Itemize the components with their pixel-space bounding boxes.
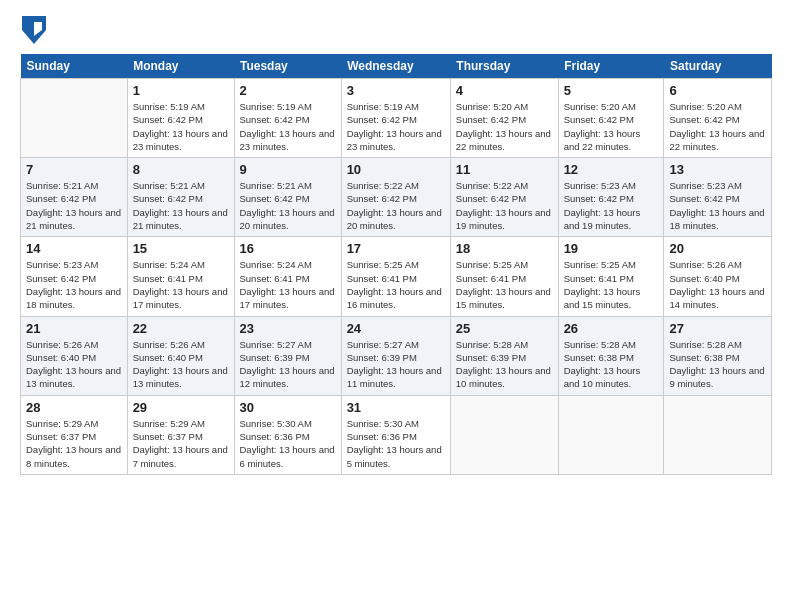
- day-number: 8: [133, 162, 229, 177]
- calendar-cell: 16Sunrise: 5:24 AMSunset: 6:41 PMDayligh…: [234, 237, 341, 316]
- day-number: 19: [564, 241, 659, 256]
- week-row-2: 7Sunrise: 5:21 AMSunset: 6:42 PMDaylight…: [21, 158, 772, 237]
- calendar-cell: [558, 395, 664, 474]
- calendar-cell: 21Sunrise: 5:26 AMSunset: 6:40 PMDayligh…: [21, 316, 128, 395]
- week-row-1: 1Sunrise: 5:19 AMSunset: 6:42 PMDaylight…: [21, 79, 772, 158]
- day-number: 26: [564, 321, 659, 336]
- column-header-saturday: Saturday: [664, 54, 772, 79]
- calendar-cell: 15Sunrise: 5:24 AMSunset: 6:41 PMDayligh…: [127, 237, 234, 316]
- calendar-cell: 14Sunrise: 5:23 AMSunset: 6:42 PMDayligh…: [21, 237, 128, 316]
- calendar-cell: 6Sunrise: 5:20 AMSunset: 6:42 PMDaylight…: [664, 79, 772, 158]
- calendar-cell: 1Sunrise: 5:19 AMSunset: 6:42 PMDaylight…: [127, 79, 234, 158]
- day-number: 1: [133, 83, 229, 98]
- day-info: Sunrise: 5:23 AMSunset: 6:42 PMDaylight:…: [26, 258, 122, 311]
- calendar-cell: 26Sunrise: 5:28 AMSunset: 6:38 PMDayligh…: [558, 316, 664, 395]
- calendar-cell: 20Sunrise: 5:26 AMSunset: 6:40 PMDayligh…: [664, 237, 772, 316]
- day-info: Sunrise: 5:24 AMSunset: 6:41 PMDaylight:…: [240, 258, 336, 311]
- day-info: Sunrise: 5:19 AMSunset: 6:42 PMDaylight:…: [133, 100, 229, 153]
- column-header-thursday: Thursday: [450, 54, 558, 79]
- column-header-friday: Friday: [558, 54, 664, 79]
- day-info: Sunrise: 5:20 AMSunset: 6:42 PMDaylight:…: [564, 100, 659, 153]
- day-number: 2: [240, 83, 336, 98]
- logo-icon: [22, 16, 46, 44]
- day-number: 6: [669, 83, 766, 98]
- calendar-cell: 8Sunrise: 5:21 AMSunset: 6:42 PMDaylight…: [127, 158, 234, 237]
- calendar-cell: [450, 395, 558, 474]
- day-number: 22: [133, 321, 229, 336]
- day-info: Sunrise: 5:23 AMSunset: 6:42 PMDaylight:…: [669, 179, 766, 232]
- day-info: Sunrise: 5:21 AMSunset: 6:42 PMDaylight:…: [133, 179, 229, 232]
- day-info: Sunrise: 5:27 AMSunset: 6:39 PMDaylight:…: [347, 338, 445, 391]
- day-info: Sunrise: 5:22 AMSunset: 6:42 PMDaylight:…: [456, 179, 553, 232]
- day-number: 27: [669, 321, 766, 336]
- day-info: Sunrise: 5:20 AMSunset: 6:42 PMDaylight:…: [456, 100, 553, 153]
- page: SundayMondayTuesdayWednesdayThursdayFrid…: [0, 0, 792, 612]
- day-number: 23: [240, 321, 336, 336]
- calendar-table: SundayMondayTuesdayWednesdayThursdayFrid…: [20, 54, 772, 475]
- calendar-cell: 28Sunrise: 5:29 AMSunset: 6:37 PMDayligh…: [21, 395, 128, 474]
- day-info: Sunrise: 5:30 AMSunset: 6:36 PMDaylight:…: [240, 417, 336, 470]
- day-number: 13: [669, 162, 766, 177]
- day-number: 14: [26, 241, 122, 256]
- day-info: Sunrise: 5:29 AMSunset: 6:37 PMDaylight:…: [26, 417, 122, 470]
- calendar-cell: 12Sunrise: 5:23 AMSunset: 6:42 PMDayligh…: [558, 158, 664, 237]
- calendar-cell: 11Sunrise: 5:22 AMSunset: 6:42 PMDayligh…: [450, 158, 558, 237]
- day-number: 29: [133, 400, 229, 415]
- day-number: 7: [26, 162, 122, 177]
- calendar-cell: 2Sunrise: 5:19 AMSunset: 6:42 PMDaylight…: [234, 79, 341, 158]
- column-header-monday: Monday: [127, 54, 234, 79]
- day-number: 30: [240, 400, 336, 415]
- calendar-cell: 3Sunrise: 5:19 AMSunset: 6:42 PMDaylight…: [341, 79, 450, 158]
- day-number: 21: [26, 321, 122, 336]
- day-number: 18: [456, 241, 553, 256]
- calendar-cell: 25Sunrise: 5:28 AMSunset: 6:39 PMDayligh…: [450, 316, 558, 395]
- calendar-cell: 29Sunrise: 5:29 AMSunset: 6:37 PMDayligh…: [127, 395, 234, 474]
- calendar-cell: 9Sunrise: 5:21 AMSunset: 6:42 PMDaylight…: [234, 158, 341, 237]
- day-info: Sunrise: 5:21 AMSunset: 6:42 PMDaylight:…: [26, 179, 122, 232]
- day-info: Sunrise: 5:21 AMSunset: 6:42 PMDaylight:…: [240, 179, 336, 232]
- day-number: 17: [347, 241, 445, 256]
- day-number: 3: [347, 83, 445, 98]
- column-header-wednesday: Wednesday: [341, 54, 450, 79]
- column-header-sunday: Sunday: [21, 54, 128, 79]
- day-info: Sunrise: 5:29 AMSunset: 6:37 PMDaylight:…: [133, 417, 229, 470]
- calendar-cell: 13Sunrise: 5:23 AMSunset: 6:42 PMDayligh…: [664, 158, 772, 237]
- day-info: Sunrise: 5:20 AMSunset: 6:42 PMDaylight:…: [669, 100, 766, 153]
- day-info: Sunrise: 5:25 AMSunset: 6:41 PMDaylight:…: [347, 258, 445, 311]
- calendar-cell: 4Sunrise: 5:20 AMSunset: 6:42 PMDaylight…: [450, 79, 558, 158]
- day-info: Sunrise: 5:25 AMSunset: 6:41 PMDaylight:…: [456, 258, 553, 311]
- day-number: 11: [456, 162, 553, 177]
- calendar-cell: 30Sunrise: 5:30 AMSunset: 6:36 PMDayligh…: [234, 395, 341, 474]
- calendar-cell: 18Sunrise: 5:25 AMSunset: 6:41 PMDayligh…: [450, 237, 558, 316]
- week-row-3: 14Sunrise: 5:23 AMSunset: 6:42 PMDayligh…: [21, 237, 772, 316]
- day-info: Sunrise: 5:22 AMSunset: 6:42 PMDaylight:…: [347, 179, 445, 232]
- day-number: 28: [26, 400, 122, 415]
- day-info: Sunrise: 5:24 AMSunset: 6:41 PMDaylight:…: [133, 258, 229, 311]
- day-info: Sunrise: 5:23 AMSunset: 6:42 PMDaylight:…: [564, 179, 659, 232]
- day-info: Sunrise: 5:28 AMSunset: 6:39 PMDaylight:…: [456, 338, 553, 391]
- week-row-5: 28Sunrise: 5:29 AMSunset: 6:37 PMDayligh…: [21, 395, 772, 474]
- calendar-cell: [664, 395, 772, 474]
- calendar-cell: 17Sunrise: 5:25 AMSunset: 6:41 PMDayligh…: [341, 237, 450, 316]
- day-number: 16: [240, 241, 336, 256]
- calendar-cell: 31Sunrise: 5:30 AMSunset: 6:36 PMDayligh…: [341, 395, 450, 474]
- calendar-cell: 22Sunrise: 5:26 AMSunset: 6:40 PMDayligh…: [127, 316, 234, 395]
- calendar-cell: 19Sunrise: 5:25 AMSunset: 6:41 PMDayligh…: [558, 237, 664, 316]
- day-info: Sunrise: 5:25 AMSunset: 6:41 PMDaylight:…: [564, 258, 659, 311]
- day-number: 4: [456, 83, 553, 98]
- calendar-cell: 5Sunrise: 5:20 AMSunset: 6:42 PMDaylight…: [558, 79, 664, 158]
- day-info: Sunrise: 5:27 AMSunset: 6:39 PMDaylight:…: [240, 338, 336, 391]
- column-header-tuesday: Tuesday: [234, 54, 341, 79]
- day-number: 20: [669, 241, 766, 256]
- calendar-cell: 27Sunrise: 5:28 AMSunset: 6:38 PMDayligh…: [664, 316, 772, 395]
- calendar-cell: 24Sunrise: 5:27 AMSunset: 6:39 PMDayligh…: [341, 316, 450, 395]
- day-info: Sunrise: 5:28 AMSunset: 6:38 PMDaylight:…: [564, 338, 659, 391]
- calendar-cell: 7Sunrise: 5:21 AMSunset: 6:42 PMDaylight…: [21, 158, 128, 237]
- day-info: Sunrise: 5:19 AMSunset: 6:42 PMDaylight:…: [240, 100, 336, 153]
- day-number: 24: [347, 321, 445, 336]
- day-info: Sunrise: 5:26 AMSunset: 6:40 PMDaylight:…: [669, 258, 766, 311]
- header-row: SundayMondayTuesdayWednesdayThursdayFrid…: [21, 54, 772, 79]
- day-number: 9: [240, 162, 336, 177]
- calendar-cell: [21, 79, 128, 158]
- day-number: 15: [133, 241, 229, 256]
